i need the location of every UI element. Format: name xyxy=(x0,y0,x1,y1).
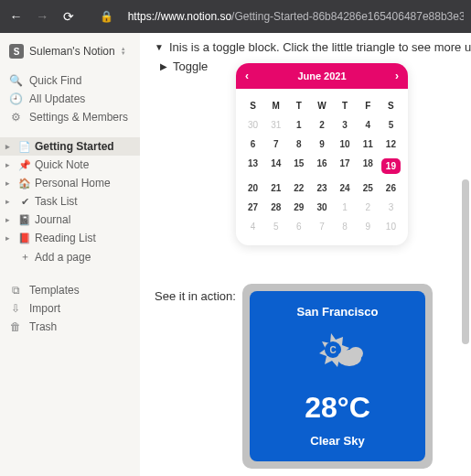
workspace-switcher[interactable]: S Suleman's Notion ▲▼ xyxy=(0,40,140,62)
calendar-day-header: S xyxy=(380,96,402,115)
calendar-day-header: M xyxy=(264,96,287,115)
calendar-date[interactable]: 4 xyxy=(241,217,264,236)
triangle-down-icon: ▼ xyxy=(155,42,164,52)
calendar-date[interactable]: 30 xyxy=(310,198,333,217)
lock-icon: 🔒 xyxy=(100,10,113,23)
calendar-date[interactable]: 7 xyxy=(310,217,333,236)
calendar-date[interactable]: 5 xyxy=(380,115,402,135)
weather-widget: San Francisco C 28°C Clear Sky xyxy=(242,284,433,469)
calendar-date[interactable]: 2 xyxy=(357,198,380,217)
add-page-button[interactable]: ＋ Add a page xyxy=(0,247,140,266)
sidebar-item-settings-members[interactable]: ⚙Settings & Members xyxy=(0,108,140,126)
url-host: https://www.notion.so xyxy=(128,10,231,23)
url-path: /Getting-Started-86b84286e165406487e88b3… xyxy=(231,10,464,23)
plus-icon: ＋ xyxy=(18,250,31,264)
reload-button[interactable]: ⟳ xyxy=(60,9,78,24)
browser-titlebar: ← → ⟳ 🔒 https://www.notion.so/Getting-St… xyxy=(0,0,471,33)
calendar-day-header: W xyxy=(310,96,333,115)
calendar-date[interactable]: 8 xyxy=(287,135,310,154)
calendar-date[interactable]: 14 xyxy=(264,154,287,178)
calendar-day-header: T xyxy=(287,96,310,115)
calendar-date[interactable]: 4 xyxy=(357,115,380,135)
sidebar-icon: 🗑 xyxy=(9,320,22,333)
sidebar-icon: 🔍 xyxy=(9,74,22,87)
calendar-date[interactable]: 18 xyxy=(357,154,380,178)
calendar-date[interactable]: 29 xyxy=(287,198,310,217)
calendar-date[interactable]: 6 xyxy=(287,217,310,236)
sidebar-templates[interactable]: ⧉Templates xyxy=(0,281,140,299)
page-icon: ✔ xyxy=(18,196,31,208)
sidebar-icon: ⇩ xyxy=(9,302,22,315)
caret-icon: ▸ xyxy=(5,160,15,169)
calendar-date[interactable]: 3 xyxy=(380,198,402,217)
calendar-date[interactable]: 24 xyxy=(334,178,357,198)
calendar-date[interactable]: 1 xyxy=(287,115,310,135)
calendar-date[interactable]: 27 xyxy=(241,198,264,217)
page-label: Task List xyxy=(35,195,78,208)
calendar-date[interactable]: 30 xyxy=(241,115,264,135)
calendar-date[interactable]: 10 xyxy=(380,217,402,236)
sidebar-label: Settings & Members xyxy=(29,111,128,124)
calendar-date[interactable]: 26 xyxy=(380,178,402,198)
page-reading-list[interactable]: ▸📕Reading List xyxy=(0,229,140,247)
calendar-date[interactable]: 6 xyxy=(241,135,264,154)
calendar-prev-button[interactable]: ‹ xyxy=(245,70,249,82)
caret-icon: ▸ xyxy=(5,178,15,188)
weather-card: San Francisco C 28°C Clear Sky xyxy=(250,291,425,461)
toggle-block[interactable]: ▼ Inis is a toggle block. Click the litt… xyxy=(155,40,471,54)
calendar-date[interactable]: 9 xyxy=(357,217,380,236)
calendar-date[interactable]: 22 xyxy=(287,178,310,198)
svg-text:C: C xyxy=(329,345,336,355)
calendar-date[interactable]: 7 xyxy=(264,135,287,154)
calendar-day-header: F xyxy=(357,96,380,115)
page-icon: 📓 xyxy=(18,214,31,226)
calendar-date[interactable]: 2 xyxy=(310,115,333,135)
calendar-date[interactable]: 1 xyxy=(334,198,357,217)
svg-point-4 xyxy=(348,347,363,360)
calendar-date[interactable]: 16 xyxy=(310,154,333,178)
sidebar-item-quick-find[interactable]: 🔍Quick Find xyxy=(0,71,140,90)
page-icon: 🏠 xyxy=(18,178,31,189)
caret-icon: ▸ xyxy=(5,215,15,224)
weather-condition: Clear Sky xyxy=(310,434,364,448)
calendar-date[interactable]: 9 xyxy=(310,135,333,154)
page-journal[interactable]: ▸📓Journal xyxy=(0,211,140,229)
scrollbar[interactable] xyxy=(462,179,469,344)
calendar-date[interactable]: 8 xyxy=(334,217,357,236)
sidebar-icon: ⧉ xyxy=(9,284,22,297)
sidebar-label: Import xyxy=(29,302,60,315)
calendar-title: June 2021 xyxy=(297,70,346,81)
page-personal-home[interactable]: ▸🏠Personal Home xyxy=(0,174,140,192)
calendar-date[interactable]: 19 xyxy=(380,154,402,178)
calendar-date[interactable]: 15 xyxy=(287,154,310,178)
page-icon: 📌 xyxy=(18,159,31,171)
calendar-date[interactable]: 21 xyxy=(264,178,287,198)
url-bar[interactable]: https://www.notion.so/Getting-Started-86… xyxy=(128,10,464,23)
page-getting-started[interactable]: ▸📄Getting Started xyxy=(0,137,140,156)
calendar-date[interactable]: 17 xyxy=(334,154,357,178)
calendar-day-header: T xyxy=(334,96,357,115)
calendar-date[interactable]: 5 xyxy=(264,217,287,236)
page-quick-note[interactable]: ▸📌Quick Note xyxy=(0,156,140,174)
calendar-date[interactable]: 13 xyxy=(241,154,264,178)
calendar-date[interactable]: 23 xyxy=(310,178,333,198)
calendar-date[interactable]: 28 xyxy=(264,198,287,217)
calendar-header: ‹ June 2021 › xyxy=(236,63,408,89)
back-button[interactable]: ← xyxy=(7,9,25,24)
page-label: Personal Home xyxy=(35,177,111,189)
page-task-list[interactable]: ▸✔Task List xyxy=(0,192,140,211)
forward-button[interactable]: → xyxy=(34,9,51,24)
calendar-date[interactable]: 31 xyxy=(264,115,287,135)
calendar-next-button[interactable]: › xyxy=(395,70,399,82)
page-icon: 📄 xyxy=(18,141,31,153)
calendar-date[interactable]: 25 xyxy=(357,178,380,198)
calendar-date[interactable]: 12 xyxy=(380,135,402,154)
triangle-right-icon: ▶ xyxy=(160,61,167,71)
calendar-date[interactable]: 11 xyxy=(357,135,380,154)
sidebar-trash[interactable]: 🗑Trash xyxy=(0,318,140,336)
sidebar-item-all-updates[interactable]: 🕘All Updates xyxy=(0,90,140,108)
calendar-date[interactable]: 10 xyxy=(334,135,357,154)
sidebar-import[interactable]: ⇩Import xyxy=(0,299,140,318)
calendar-date[interactable]: 20 xyxy=(241,178,264,198)
calendar-date[interactable]: 3 xyxy=(334,115,357,135)
